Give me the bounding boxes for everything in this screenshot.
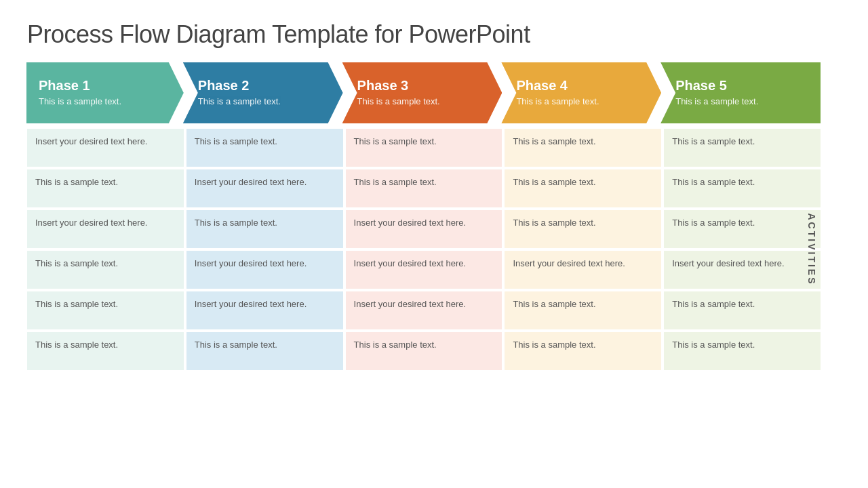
table-row: Insert your desired text here.This is a … (27, 129, 821, 167)
phase-5: Phase 5This is a sample text. (660, 62, 821, 123)
cell-r4-c1: This is a sample text. (27, 251, 184, 289)
cell-r3-c1: Insert your desired text here. (27, 210, 184, 248)
cell-r6-c2: This is a sample text. (186, 332, 343, 370)
phase-4: Phase 4This is a sample text. (501, 62, 661, 123)
phase-1-title: Phase 1 (39, 78, 177, 94)
table-row: Insert your desired text here.This is a … (27, 210, 821, 248)
table-area: Insert your desired text here.This is a … (27, 129, 841, 370)
cell-r1-c5: This is a sample text. (664, 129, 821, 167)
phase-4-subtitle: This is a sample text. (516, 96, 654, 108)
cell-r2-c4: This is a sample text. (505, 169, 661, 207)
phase-4-title: Phase 4 (516, 78, 654, 94)
cell-r4-c4: Insert your desired text here. (505, 251, 661, 289)
cell-r2-c3: This is a sample text. (346, 169, 502, 207)
cell-r3-c3: Insert your desired text here. (346, 210, 502, 248)
page-title: Process Flow Diagram Template for PowerP… (27, 20, 841, 49)
cell-r5-c3: Insert your desired text here. (346, 291, 502, 329)
cell-r6-c5: This is a sample text. (664, 332, 821, 370)
cell-r4-c5: Insert your desired text here. (664, 251, 821, 289)
phase-3: Phase 3This is a sample text. (342, 62, 502, 123)
phase-3-subtitle: This is a sample text. (357, 96, 496, 108)
cell-r6-c1: This is a sample text. (27, 332, 184, 370)
cell-r5-c2: Insert your desired text here. (186, 291, 343, 329)
cell-r2-c2: Insert your desired text here. (186, 169, 343, 207)
diagram-wrapper: Phase 1This is a sample text.Phase 2This… (27, 62, 841, 370)
phase-2: Phase 2This is a sample text. (183, 62, 343, 123)
cell-r1-c4: This is a sample text. (505, 129, 661, 167)
cell-r6-c4: This is a sample text. (505, 332, 661, 370)
cell-r3-c2: This is a sample text. (186, 210, 343, 248)
phase-1-subtitle: This is a sample text. (39, 96, 177, 108)
cell-r1-c1: Insert your desired text here. (27, 129, 184, 167)
cell-r4-c2: Insert your desired text here. (186, 251, 343, 289)
phase-3-title: Phase 3 (357, 78, 496, 94)
phase-2-subtitle: This is a sample text. (198, 96, 336, 108)
table-row: This is a sample text.Insert your desire… (27, 251, 821, 289)
cell-r2-c5: This is a sample text. (664, 169, 821, 207)
table-row: This is a sample text.This is a sample t… (27, 332, 821, 370)
cell-r3-c4: This is a sample text. (505, 210, 661, 248)
phases-row: Phase 1This is a sample text.Phase 2This… (27, 62, 841, 123)
phase-5-subtitle: This is a sample text. (675, 96, 814, 108)
activities-label: ACTIVITIES (806, 213, 816, 285)
cell-r3-c5: This is a sample text. (664, 210, 821, 248)
cell-r1-c2: This is a sample text. (186, 129, 343, 167)
cell-r5-c4: This is a sample text. (505, 291, 661, 329)
cell-r2-c1: This is a sample text. (27, 169, 184, 207)
cell-r4-c3: Insert your desired text here. (346, 251, 502, 289)
cell-r5-c1: This is a sample text. (27, 291, 184, 329)
cell-r1-c3: This is a sample text. (346, 129, 502, 167)
table-row: This is a sample text.Insert your desire… (27, 291, 821, 329)
phase-5-title: Phase 5 (675, 78, 814, 94)
phase-1: Phase 1This is a sample text. (26, 62, 184, 123)
phase-2-title: Phase 2 (198, 78, 336, 94)
cell-r5-c5: This is a sample text. (664, 291, 821, 329)
cell-r6-c3: This is a sample text. (346, 332, 502, 370)
table-wrapper: Insert your desired text here.This is a … (27, 129, 841, 370)
table-row: This is a sample text.Insert your desire… (27, 169, 821, 207)
